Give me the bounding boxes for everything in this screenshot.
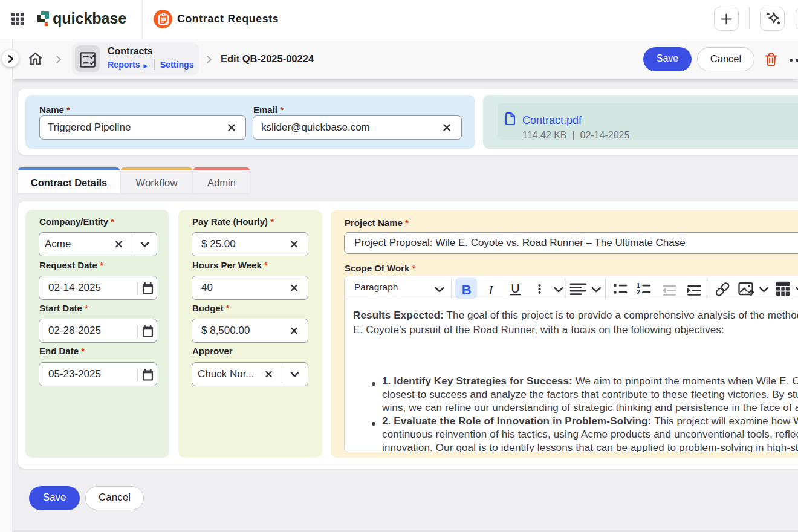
svg-text:I: I — [488, 282, 494, 297]
svg-text:B: B — [462, 282, 472, 297]
svg-text:U: U — [511, 281, 519, 294]
svg-text:1: 1 — [637, 281, 640, 288]
svg-text:2: 2 — [637, 288, 640, 296]
